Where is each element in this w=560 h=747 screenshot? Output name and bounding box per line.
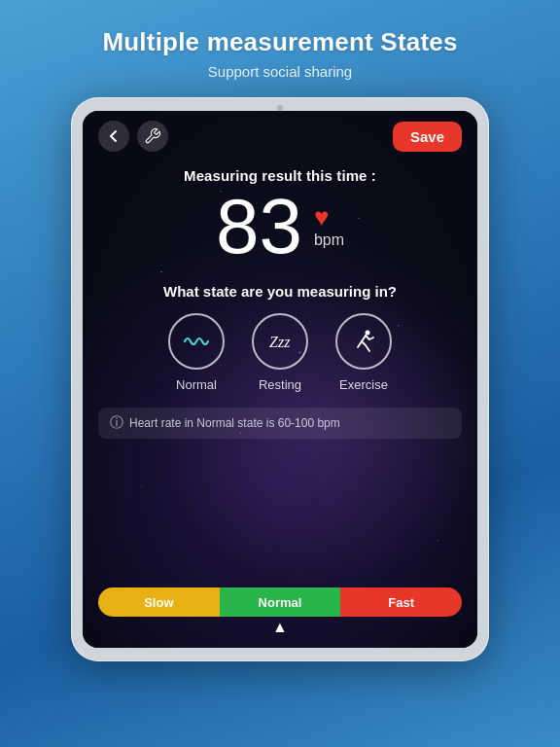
svg-point-1 [366,331,370,336]
info-bar: ⓘ Heart rate in Normal state is 60-100 b… [98,408,462,439]
state-circle-resting: Zzz [252,313,308,370]
gauge-indicator: ▲ [98,619,462,636]
state-option-resting[interactable]: Zzz Resting [252,313,308,392]
bpm-unit: bpm [314,231,344,249]
bpm-right: ♥ bpm [314,204,344,249]
state-question: What state are you measuring in? [163,283,397,300]
state-option-exercise[interactable]: Exercise [335,313,392,392]
page-subtitle: Support social sharing [208,63,352,80]
state-label-resting: Resting [259,377,301,392]
heart-icon: ♥ [314,204,329,230]
wrench-icon [144,127,161,145]
gauge-arrow-icon: ▲ [272,619,288,636]
top-bar: Save [98,111,462,158]
state-label-normal: Normal [176,377,217,392]
ipad-frame: Save Measuring result this time : 83 ♥ b… [71,97,489,661]
zzz-icon: Zzz [264,326,296,357]
back-icon [106,128,122,144]
screen-content: Save Measuring result this time : 83 ♥ b… [83,111,477,648]
bpm-value: 83 [216,188,302,266]
state-circle-exercise [335,313,392,370]
state-circle-normal [168,313,225,370]
ipad-screen: Save Measuring result this time : 83 ♥ b… [83,111,477,648]
gauge-normal: Normal [220,587,341,617]
gauge-slow: Slow [98,587,220,617]
gauge-fast: Fast [340,587,462,617]
gauge-bar: Slow Normal Fast [98,587,462,617]
back-button[interactable] [98,121,129,152]
wave-icon [181,326,212,357]
state-label-exercise: Exercise [339,377,388,392]
svg-text:Zzz: Zzz [269,334,291,350]
page-title: Multiple measurement States [102,27,457,57]
state-options: Normal Zzz Resting [98,313,462,392]
gauge-container: Slow Normal Fast ▲ [98,587,462,640]
bpm-row: 83 ♥ bpm [216,188,344,266]
state-option-normal[interactable]: Normal [168,313,225,392]
info-text: Heart rate in Normal state is 60-100 bpm [129,416,340,430]
settings-button[interactable] [137,121,168,152]
run-icon [348,326,379,357]
info-icon: ⓘ [110,414,123,432]
save-button[interactable]: Save [393,122,462,152]
measuring-label: Measuring result this time : [184,167,376,184]
top-bar-left [98,121,168,152]
